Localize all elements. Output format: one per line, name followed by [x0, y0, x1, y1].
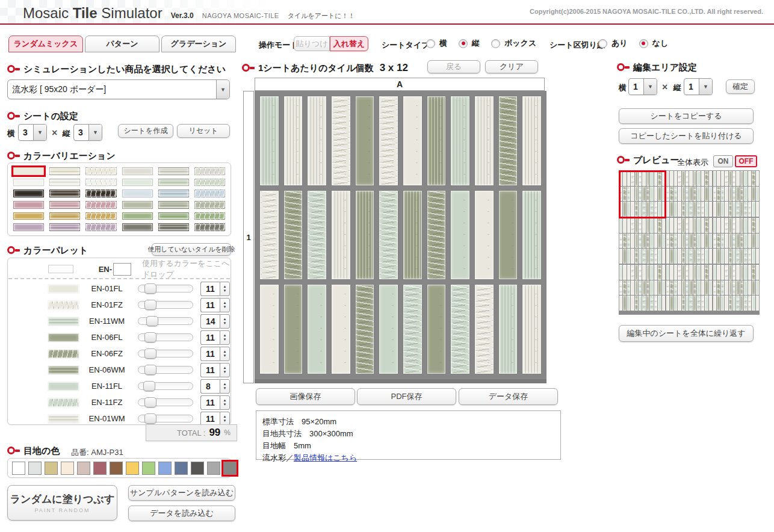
tile-01wm[interactable] — [308, 96, 326, 185]
palette-code-input[interactable] — [113, 263, 131, 276]
palette-swatch-EN-06FL[interactable] — [48, 333, 79, 342]
palette-swatch-EN-11FL[interactable] — [48, 382, 79, 391]
grout-swatch-9[interactable] — [142, 462, 155, 475]
radio-vertical[interactable] — [459, 39, 468, 48]
radio-divider-off[interactable] — [639, 39, 648, 48]
copy-sheet-button[interactable]: シートをコピーする — [619, 108, 754, 124]
grout-swatch-4[interactable] — [61, 462, 74, 475]
tile-11fl[interactable] — [308, 285, 326, 374]
variation-swatch-17[interactable] — [158, 190, 189, 197]
ratio-slider[interactable] — [138, 382, 194, 390]
load-data-button[interactable]: データを読み込む — [128, 506, 235, 521]
variation-swatch-35[interactable] — [158, 223, 189, 231]
paint-random-button[interactable]: ランダムに塗りつぶす PAINT RANDOM — [7, 485, 117, 521]
variation-swatch-25[interactable] — [13, 212, 44, 220]
variation-swatch-22[interactable] — [122, 201, 153, 209]
spinner-arrows[interactable]: ▲▼ — [220, 330, 230, 345]
ratio-slider[interactable] — [138, 366, 194, 374]
grout-swatch-11[interactable] — [175, 462, 188, 475]
full-view-on-button[interactable]: ON — [713, 155, 733, 167]
ratio-value-input[interactable]: 11 — [200, 395, 220, 410]
radio-divider-on[interactable] — [598, 39, 607, 48]
tile-01wm[interactable] — [284, 96, 303, 185]
tile-06fl[interactable] — [284, 285, 303, 374]
tile-06fl[interactable] — [427, 285, 446, 374]
radio-horizontal[interactable] — [426, 39, 435, 48]
ratio-value-input[interactable]: 11 — [200, 282, 220, 296]
palette-swatch-EN-11WM[interactable] — [48, 317, 79, 326]
spinner-arrows[interactable]: ▲▼ — [220, 395, 230, 410]
slider-thumb[interactable] — [146, 316, 158, 326]
ratio-value-input[interactable]: 14 — [200, 314, 220, 329]
tile-01wm[interactable] — [522, 285, 541, 374]
tab-pattern[interactable]: パターン — [85, 36, 159, 52]
ratio-value-input[interactable]: 11 — [200, 363, 220, 377]
sheet-v-select[interactable]: 3 ▼ — [73, 124, 102, 141]
tile-01fl[interactable] — [260, 285, 279, 374]
full-view-off-button[interactable]: OFF — [735, 155, 757, 167]
palette-swatch-EN-06WM[interactable] — [48, 366, 79, 374]
tab-random-mix[interactable]: ランダムミックス — [8, 36, 83, 52]
tile-01wm[interactable] — [332, 191, 350, 280]
spinner-arrows[interactable]: ▲▼ — [220, 282, 230, 296]
tile-06fz[interactable] — [499, 96, 518, 185]
save-data-button[interactable]: データ保存 — [459, 388, 558, 405]
spinner-arrows[interactable]: ▲▼ — [220, 347, 230, 361]
variation-swatch-3[interactable] — [85, 167, 116, 175]
spinner-arrows[interactable]: ▲▼ — [220, 298, 230, 312]
slider-thumb[interactable] — [144, 365, 156, 375]
grout-swatch-6[interactable] — [93, 462, 107, 475]
variation-swatch-11[interactable] — [158, 179, 189, 187]
variation-swatch-2[interactable] — [49, 167, 80, 175]
variation-swatch-30[interactable] — [194, 212, 225, 220]
tile-11fz[interactable] — [308, 191, 326, 280]
tile-11wm[interactable] — [260, 96, 279, 185]
variation-swatch-5[interactable] — [158, 167, 189, 175]
variation-swatch-23[interactable] — [158, 201, 189, 209]
ratio-slider[interactable] — [138, 333, 194, 341]
spinner-arrows[interactable]: ▲▼ — [220, 412, 230, 426]
tile-06wm[interactable] — [427, 96, 446, 185]
grout-swatch-14[interactable] — [223, 462, 237, 475]
variation-swatch-18[interactable] — [194, 190, 225, 197]
tile-11fz[interactable] — [451, 285, 469, 374]
variation-swatch-6[interactable] — [194, 167, 225, 175]
grout-swatch-2[interactable] — [28, 462, 42, 475]
grout-swatch-1[interactable] — [12, 462, 25, 475]
slider-thumb[interactable] — [144, 300, 156, 310]
tile-11fz[interactable] — [403, 285, 422, 374]
variation-swatch-9[interactable] — [85, 179, 116, 187]
variation-swatch-15[interactable] — [85, 190, 116, 197]
variation-swatch-21[interactable] — [85, 201, 116, 209]
tile-06fz[interactable] — [284, 191, 303, 280]
sheet-h-select[interactable]: 3 ▼ — [18, 124, 47, 141]
variation-swatch-10[interactable] — [122, 179, 153, 187]
tile-01fl[interactable] — [403, 96, 422, 185]
variation-swatch-8[interactable] — [49, 179, 80, 187]
tab-gradation[interactable]: グラデーション — [161, 36, 236, 52]
create-sheet-button[interactable]: シートを作成 — [118, 124, 173, 138]
variation-swatch-12[interactable] — [194, 179, 225, 187]
slider-thumb[interactable] — [143, 381, 155, 391]
variation-swatch-27[interactable] — [85, 212, 116, 220]
slider-thumb[interactable] — [144, 397, 156, 407]
tile-06fl[interactable] — [499, 191, 518, 280]
palette-swatch-EN-01WM[interactable] — [48, 415, 79, 423]
tile-canvas[interactable] — [255, 91, 546, 383]
variation-swatch-20[interactable] — [49, 201, 80, 209]
tile-11fl[interactable] — [451, 191, 469, 280]
slider-thumb[interactable] — [144, 348, 156, 359]
tile-01fl[interactable] — [332, 285, 350, 374]
save-image-button[interactable]: 画像保存 — [256, 388, 355, 405]
grout-swatch-7[interactable] — [110, 462, 123, 475]
ratio-value-input[interactable]: 11 — [200, 298, 220, 312]
slider-thumb[interactable] — [144, 413, 156, 424]
variation-swatch-29[interactable] — [158, 212, 189, 220]
tile-01fz[interactable] — [379, 96, 398, 185]
palette-swatch-EN-01FZ[interactable] — [48, 301, 79, 309]
load-sample-pattern-button[interactable]: サンプルパターンを読み込む — [128, 485, 235, 501]
slider-thumb[interactable] — [144, 332, 156, 342]
ratio-slider[interactable] — [138, 398, 194, 406]
variation-swatch-26[interactable] — [49, 212, 80, 220]
variation-swatch-34[interactable] — [122, 223, 153, 231]
